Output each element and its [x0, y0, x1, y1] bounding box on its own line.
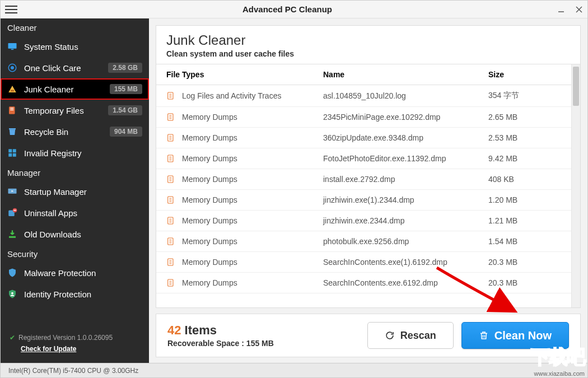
col-header-type[interactable]: File Types	[166, 70, 323, 79]
close-button[interactable]	[575, 6, 583, 13]
sidebar-item-label: System Status	[24, 42, 142, 52]
sidebar-item-temporary-files[interactable]: Temporary Files1.54 GB	[1, 100, 149, 121]
sidebar-item-uninstall-apps[interactable]: Uninstall Apps	[1, 202, 149, 223]
page-subtitle: Clean system and user cache files	[166, 49, 570, 58]
table-row[interactable]: Memory Dumpsphotobulk.exe.9256.dmp1.54 M…	[156, 231, 571, 252]
sidebar-item-badge: 904 MB	[110, 127, 142, 137]
refresh-icon	[385, 330, 395, 340]
sidebar-section-title: Cleaner	[1, 18, 149, 36]
table-row[interactable]: Memory Dumpsjinzhiwin.exe(1).2344.dmp1.2…	[156, 190, 571, 211]
sidebar-item-label: Invalid Registry	[24, 148, 142, 158]
svg-rect-20	[9, 236, 16, 238]
target-icon	[7, 63, 17, 73]
sidebar-item-identity-protection[interactable]: Identity Protection	[1, 283, 149, 305]
sidebar-item-recycle-bin[interactable]: Recycle Bin904 MB	[1, 121, 149, 142]
bin-icon	[7, 127, 17, 137]
file-table: File Types Name Size Log Files and Activ…	[156, 64, 571, 307]
svg-rect-7	[11, 90, 14, 92]
table-row[interactable]: Log Files and Activity Tracesasl.104859_…	[156, 85, 571, 107]
svg-rect-11	[9, 128, 16, 129]
cell-file-type: Memory Dumps	[182, 175, 323, 184]
table-row[interactable]: Memory DumpsFotoJetPhotoEditor.exe.11392…	[156, 148, 571, 169]
registered-text: Registered Version 1.0.0.26095	[18, 334, 113, 342]
col-header-size[interactable]: Size	[488, 70, 561, 79]
table-header: File Types Name Size	[156, 64, 571, 85]
sidebar-item-label: Junk Cleaner	[24, 85, 103, 94]
cell-file-size: 1.21 MB	[488, 216, 561, 225]
sidebar-item-label: Temporary Files	[24, 106, 101, 115]
summary: 42 Items Recoverable Space : 155 MB	[167, 323, 360, 348]
cell-file-size: 2.65 MB	[488, 113, 561, 122]
startup-icon	[7, 186, 17, 197]
identity-icon	[7, 289, 17, 299]
cell-file-size: 20.3 MB	[488, 258, 561, 267]
file-icon	[166, 175, 182, 184]
cell-file-name: SearchInContents.exe(1).6192.dmp	[323, 258, 488, 267]
minimize-button[interactable]	[557, 6, 565, 13]
clean-now-button[interactable]: Clean Now	[461, 322, 569, 349]
rescan-button[interactable]: Rescan	[367, 322, 454, 349]
svg-rect-15	[13, 153, 16, 157]
monitor-icon	[7, 41, 17, 52]
sidebar-item-startup-manager[interactable]: Startup Manager	[1, 181, 149, 202]
cell-file-size: 354 字节	[488, 91, 561, 101]
svg-rect-12	[8, 149, 12, 152]
junk-icon	[7, 84, 17, 94]
table-row[interactable]: Memory Dumps2345PicMiniPage.exe.10292.dm…	[156, 107, 571, 128]
cell-file-type: Memory Dumps	[182, 154, 323, 163]
check-icon: ✔	[10, 334, 15, 342]
sidebar-item-malware-protection[interactable]: Malware Protection	[1, 262, 149, 283]
file-icon	[166, 237, 182, 246]
app-window: Advanced PC Cleanup CleanerSystem Status…	[0, 0, 588, 378]
download-icon	[7, 229, 17, 239]
sidebar-item-invalid-registry[interactable]: Invalid Registry	[1, 142, 149, 164]
sidebar-item-label: One Click Care	[24, 63, 101, 73]
cell-file-type: Memory Dumps	[182, 258, 323, 267]
item-count-label: Items	[185, 323, 217, 337]
sidebar-item-junk-cleaner[interactable]: Junk Cleaner155 MB	[1, 78, 149, 100]
sidebar-item-old-downloads[interactable]: Old Downloads	[1, 223, 149, 245]
table-row[interactable]: Memory Dumpsinstall.exe.2792.dmp408 KB	[156, 169, 571, 190]
sidebar-item-badge: 1.54 GB	[108, 105, 142, 115]
sidebar-item-one-click-care[interactable]: One Click Care2.58 GB	[1, 57, 149, 78]
check-update-link[interactable]: Check for Update	[21, 345, 140, 353]
sidebar-item-system-status[interactable]: System Status	[1, 36, 149, 57]
cell-file-type: Memory Dumps	[182, 133, 323, 142]
cell-file-size: 9.42 MB	[488, 154, 561, 163]
cell-file-name: 360zipUpdate.exe.9348.dmp	[323, 133, 488, 142]
sidebar-item-label: Uninstall Apps	[24, 208, 142, 218]
hamburger-menu-icon[interactable]	[5, 3, 17, 16]
svg-point-21	[11, 292, 13, 295]
sidebar-footer: ✔Registered Version 1.0.0.26095Check for…	[1, 326, 149, 363]
page-title: Junk Cleaner	[166, 32, 570, 48]
table-row[interactable]: Memory Dumpsjinzhiwin.exe.2344.dmp1.21 M…	[156, 211, 571, 231]
cell-file-size: 20.3 MB	[488, 278, 561, 287]
cell-file-size: 1.54 MB	[488, 237, 561, 246]
titlebar: Advanced PC Cleanup	[1, 1, 587, 18]
item-count: 42 Items	[167, 323, 360, 338]
sidebar-item-badge: 155 MB	[110, 84, 142, 94]
page-header: Junk Cleaner Clean system and user cache…	[156, 26, 580, 64]
svg-rect-4	[11, 49, 14, 50]
cell-file-name: jinzhiwin.exe(1).2344.dmp	[323, 195, 488, 204]
cell-file-size: 1.20 MB	[488, 195, 561, 204]
main-panel: Junk Cleaner Clean system and user cache…	[149, 18, 587, 363]
scrollbar-thumb[interactable]	[573, 67, 579, 106]
cell-file-name: SearchInContents.exe.6192.dmp	[323, 278, 488, 287]
svg-rect-14	[8, 153, 12, 157]
cpu-info: Intel(R) Core(TM) i5-7400 CPU @ 3.00GHz	[8, 367, 138, 375]
table-row[interactable]: Memory Dumps360zipUpdate.exe.9348.dmp2.5…	[156, 128, 571, 148]
statusbar: Intel(R) Core(TM) i5-7400 CPU @ 3.00GHz	[1, 363, 587, 377]
cell-file-size: 2.53 MB	[488, 133, 561, 142]
sidebar-item-label: Recycle Bin	[24, 127, 103, 137]
file-icon	[166, 278, 182, 287]
action-bar: 42 Items Recoverable Space : 155 MB Resc…	[156, 314, 581, 357]
table-row[interactable]: Memory DumpsSearchInContents.exe.6192.dm…	[156, 273, 571, 293]
scrollbar[interactable]	[571, 64, 580, 307]
registry-icon	[7, 148, 17, 158]
cell-file-type: Memory Dumps	[182, 237, 323, 246]
col-header-name[interactable]: Name	[323, 70, 488, 79]
sidebar-item-badge: 2.58 GB	[108, 63, 142, 73]
cell-file-type: Log Files and Activity Traces	[182, 91, 323, 100]
table-row[interactable]: Memory DumpsSearchInContents.exe(1).6192…	[156, 252, 571, 273]
